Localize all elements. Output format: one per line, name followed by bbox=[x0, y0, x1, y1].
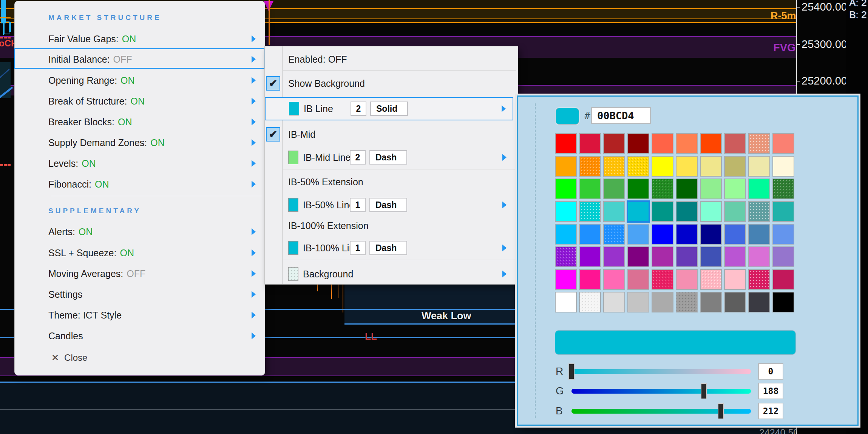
color-swatch[interactable] bbox=[579, 224, 601, 245]
color-swatch[interactable] bbox=[627, 224, 649, 245]
color-swatch[interactable] bbox=[724, 156, 746, 177]
green-value-box[interactable]: 188 bbox=[758, 383, 783, 399]
color-swatch[interactable] bbox=[555, 156, 577, 177]
ib50-line-color-swatch[interactable] bbox=[288, 198, 298, 212]
color-swatch[interactable] bbox=[748, 246, 770, 267]
color-swatch[interactable] bbox=[555, 179, 577, 199]
red-slider-thumb[interactable] bbox=[568, 363, 575, 380]
color-swatch[interactable] bbox=[627, 133, 649, 154]
color-swatch[interactable] bbox=[700, 179, 722, 199]
color-swatch[interactable] bbox=[627, 292, 649, 312]
color-swatch[interactable] bbox=[724, 246, 746, 267]
color-swatch[interactable] bbox=[724, 179, 746, 199]
color-swatch[interactable] bbox=[652, 224, 673, 245]
menu-item-break-of-structure[interactable]: Break of Structure: ON bbox=[15, 91, 265, 111]
color-swatch[interactable] bbox=[603, 156, 625, 177]
color-swatch[interactable] bbox=[772, 292, 794, 312]
selected-color-swatch[interactable] bbox=[627, 201, 649, 222]
color-swatch[interactable] bbox=[700, 133, 722, 154]
ib-line-color-swatch[interactable] bbox=[289, 102, 299, 115]
color-swatch[interactable] bbox=[700, 156, 722, 177]
color-swatch[interactable] bbox=[748, 292, 770, 312]
color-swatch[interactable] bbox=[555, 133, 577, 154]
green-slider[interactable] bbox=[571, 389, 751, 394]
color-swatch[interactable] bbox=[579, 292, 601, 312]
menu-item-opening-range[interactable]: Opening Range: ON bbox=[15, 70, 265, 91]
color-swatch[interactable] bbox=[555, 292, 577, 312]
red-slider[interactable] bbox=[571, 369, 751, 374]
menu-item-alerts[interactable]: Alerts: ON bbox=[15, 222, 265, 242]
submenu-item-ib100-line[interactable]: IB-100% Line 1 Dash bbox=[265, 236, 513, 260]
color-swatch[interactable] bbox=[700, 224, 722, 245]
color-swatch[interactable] bbox=[700, 269, 722, 290]
color-swatch[interactable] bbox=[700, 201, 722, 222]
menu-item-supply-demand-zones[interactable]: Supply Demand Zones: ON bbox=[15, 132, 265, 153]
color-swatch[interactable] bbox=[603, 269, 625, 290]
color-swatch[interactable] bbox=[676, 201, 698, 222]
background-color-swatch[interactable] bbox=[288, 267, 298, 281]
color-swatch[interactable] bbox=[676, 179, 698, 199]
color-swatch[interactable] bbox=[700, 246, 722, 267]
submenu-item-ib-mid[interactable]: IB-Mid bbox=[265, 124, 518, 145]
color-swatch[interactable] bbox=[627, 179, 649, 199]
color-swatch[interactable] bbox=[603, 246, 625, 267]
color-swatch[interactable] bbox=[652, 292, 673, 312]
color-swatch[interactable] bbox=[724, 133, 746, 154]
color-swatch[interactable] bbox=[724, 224, 746, 245]
ib-line-width-input[interactable]: 2 bbox=[351, 102, 366, 116]
submenu-item-ib-line[interactable]: IB Line 2 Solid bbox=[265, 97, 513, 120]
color-swatch[interactable] bbox=[772, 156, 794, 177]
submenu-item-ib50-line[interactable]: IB-50% Line 1 Dash bbox=[265, 193, 513, 217]
close-menu-button[interactable]: ✕ Close bbox=[51, 349, 87, 366]
menu-item-moving-averages[interactable]: Moving Averages: OFF bbox=[15, 263, 265, 284]
color-swatch[interactable] bbox=[579, 156, 601, 177]
ib-mid-line-width-input[interactable]: 2 bbox=[350, 150, 366, 165]
color-swatch[interactable] bbox=[603, 133, 625, 154]
color-swatch[interactable] bbox=[627, 269, 649, 290]
ib100-line-style-dropdown[interactable]: Dash bbox=[369, 241, 407, 255]
color-swatch[interactable] bbox=[724, 292, 746, 312]
color-swatch[interactable] bbox=[748, 156, 770, 177]
hex-input[interactable]: 00BCD4 bbox=[591, 107, 651, 124]
color-swatch[interactable] bbox=[676, 156, 698, 177]
color-swatch[interactable] bbox=[652, 179, 673, 199]
ib50-line-style-dropdown[interactable]: Dash bbox=[369, 198, 407, 212]
red-value-box[interactable]: 0 bbox=[758, 363, 783, 380]
color-swatch[interactable] bbox=[772, 224, 794, 245]
menu-item-ssl-squeeze[interactable]: SSL + Squeeze: ON bbox=[15, 243, 265, 263]
color-swatch[interactable] bbox=[700, 292, 722, 312]
menu-item-candles[interactable]: Candles bbox=[15, 326, 265, 346]
menu-item-levels[interactable]: Levels: ON bbox=[15, 153, 265, 174]
color-swatch[interactable] bbox=[748, 201, 770, 222]
color-swatch[interactable] bbox=[555, 201, 577, 222]
color-swatch[interactable] bbox=[603, 201, 625, 222]
submenu-item-background[interactable]: Background bbox=[265, 262, 513, 286]
color-swatch[interactable] bbox=[676, 133, 698, 154]
ib100-line-color-swatch[interactable] bbox=[288, 241, 298, 255]
color-swatch[interactable] bbox=[772, 179, 794, 199]
submenu-item-ib-mid-line[interactable]: IB-Mid Line 2 Dash bbox=[265, 146, 513, 169]
color-swatch[interactable] bbox=[579, 201, 601, 222]
color-swatch[interactable] bbox=[724, 269, 746, 290]
color-swatch[interactable] bbox=[627, 156, 649, 177]
blue-slider-thumb[interactable] bbox=[718, 403, 724, 419]
color-swatch[interactable] bbox=[652, 201, 673, 222]
color-swatch[interactable] bbox=[652, 133, 673, 154]
ib50-line-width-input[interactable]: 1 bbox=[350, 198, 366, 212]
color-swatch[interactable] bbox=[748, 224, 770, 245]
color-swatch[interactable] bbox=[748, 133, 770, 154]
color-swatch[interactable] bbox=[772, 246, 794, 267]
ib-mid-line-style-dropdown[interactable]: Dash bbox=[369, 150, 407, 165]
color-swatch[interactable] bbox=[652, 269, 673, 290]
color-swatch[interactable] bbox=[772, 201, 794, 222]
color-swatch[interactable] bbox=[748, 179, 770, 199]
color-swatch[interactable] bbox=[652, 246, 673, 267]
blue-slider[interactable] bbox=[571, 409, 751, 414]
color-swatch[interactable] bbox=[603, 224, 625, 245]
color-swatch[interactable] bbox=[555, 246, 577, 267]
color-swatch[interactable] bbox=[724, 201, 746, 222]
submenu-item-show-background[interactable]: Show Background bbox=[265, 73, 518, 94]
color-swatch[interactable] bbox=[627, 246, 649, 267]
color-swatch[interactable] bbox=[772, 269, 794, 290]
color-swatch[interactable] bbox=[555, 224, 577, 245]
